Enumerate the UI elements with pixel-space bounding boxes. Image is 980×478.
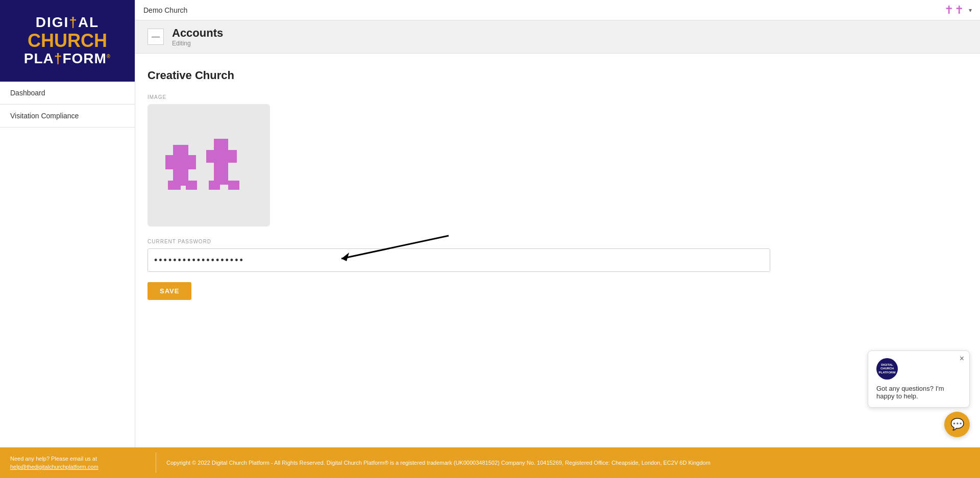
svg-rect-5 (186, 181, 197, 190)
sidebar-item-visitation-compliance[interactable]: Visitation Compliance (0, 105, 135, 128)
content-church-name: Creative Church (148, 69, 968, 82)
logo: DIGI†AL CHURCH PLA†FORM® (24, 15, 111, 66)
footer-divider (156, 452, 156, 473)
logo-platform: PLA†FORM® (24, 51, 111, 67)
svg-rect-6 (209, 181, 220, 190)
password-label: CURRENT PASSWORD (148, 239, 968, 244)
footer-help: Need any help? Please email us at help@t… (10, 455, 145, 471)
back-button[interactable]: — (148, 29, 164, 45)
page-header: — Accounts Editing (135, 20, 980, 54)
chat-trigger-button[interactable]: 💬 (944, 412, 970, 437)
content-area: Creative Church IMAGE (135, 54, 980, 447)
chat-trigger-icon: 💬 (950, 418, 964, 431)
current-password-input[interactable] (148, 248, 770, 272)
cross-icon-top: ✝✝ (944, 4, 965, 17)
image-label: IMAGE (148, 94, 968, 100)
chat-close-button[interactable]: × (960, 354, 964, 363)
chat-widget: × DIGITALCHURCHPLATFORM Got any question… (868, 350, 970, 437)
church-logo-image (163, 119, 255, 211)
chat-avatar-small: DIGITALCHURCHPLATFORM (876, 358, 898, 380)
svg-rect-4 (168, 181, 181, 190)
svg-rect-7 (228, 181, 239, 190)
svg-rect-1 (165, 155, 196, 169)
main-content: — Accounts Editing Creative Church IMAGE (135, 20, 980, 447)
arrow-container (148, 248, 968, 272)
layout: — Accounts Editing Creative Church IMAGE (0, 20, 980, 447)
logo-digital: DIGI†AL (24, 15, 111, 31)
top-bar: Demo Church ✝✝ ▾ (135, 0, 980, 20)
page-subtitle: Editing (172, 40, 223, 47)
save-button[interactable]: SAVE (148, 282, 191, 300)
password-section: CURRENT PASSWORD SAVE (148, 239, 968, 300)
image-box[interactable] (148, 104, 270, 227)
chat-avatar-logo: DIGITALCHURCHPLATFORM (879, 363, 896, 374)
footer-help-text: Need any help? Please email us at (10, 456, 97, 462)
back-icon: — (152, 32, 160, 41)
svg-rect-3 (206, 150, 237, 163)
church-name: Demo Church (143, 6, 944, 14)
top-bar-chevron[interactable]: ▾ (969, 7, 972, 14)
footer-help-email[interactable]: help@thedigitalchurchplatform.com (10, 464, 99, 470)
sidebar-logo: DIGI†AL CHURCH PLA†FORM® (0, 0, 135, 82)
sidebar-nav: Dashboard Visitation Compliance (0, 82, 135, 447)
top-bar-icons: ✝✝ ▾ (944, 4, 972, 17)
sidebar-item-dashboard[interactable]: Dashboard (0, 82, 135, 105)
image-section: IMAGE (148, 94, 968, 227)
sidebar: DIGI†AL CHURCH PLA†FORM® Dashboard Visit… (0, 0, 135, 447)
page-title: Accounts (172, 27, 223, 40)
chat-message: Got any questions? I'm happy to help. (876, 385, 944, 400)
page-header-text: Accounts Editing (172, 27, 223, 47)
logo-church: CHURCH (24, 31, 111, 51)
chat-bubble: × DIGITALCHURCHPLATFORM Got any question… (868, 350, 970, 408)
footer: Need any help? Please email us at help@t… (0, 447, 980, 478)
footer-copyright: Copyright © 2022 Digital Church Platform… (166, 459, 970, 467)
